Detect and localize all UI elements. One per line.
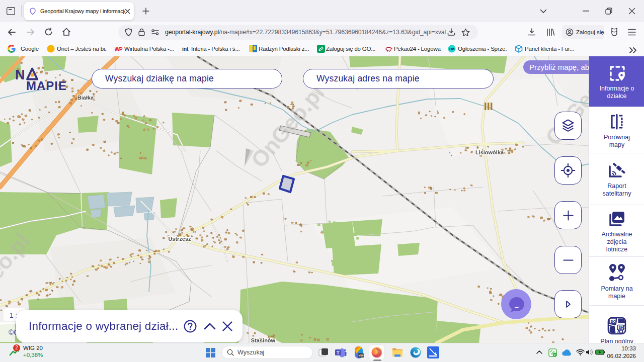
svg-text:P: P — [119, 47, 123, 52]
svg-text:Ustrzesz: Ustrzesz — [168, 236, 191, 242]
svg-text:N: N — [15, 67, 25, 82]
svg-text:Białka: Białka — [77, 95, 94, 101]
svg-text:SK: SK — [618, 325, 624, 330]
svg-text:OI: OI — [449, 47, 453, 51]
svg-text:M365: M365 — [359, 354, 365, 357]
svg-text:Lisiowólka: Lisiowólka — [475, 149, 504, 155]
svg-text:int: int — [182, 46, 189, 52]
svg-text:T: T — [337, 350, 340, 355]
svg-text:Stasinów: Stasinów — [251, 337, 276, 343]
svg-text:SO: SO — [610, 319, 616, 324]
svg-text:MAPIE: MAPIE — [26, 79, 67, 93]
